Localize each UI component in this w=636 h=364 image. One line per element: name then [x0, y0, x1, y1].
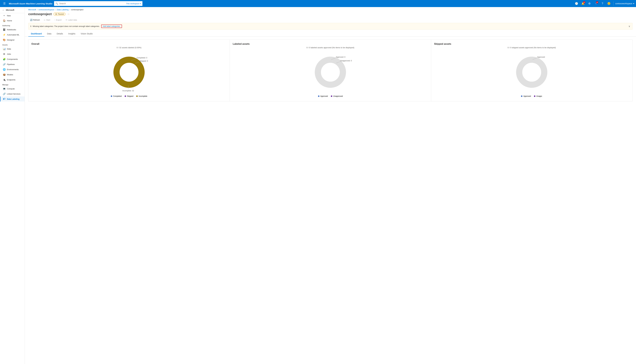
overall-chart-card: Overall 0 / 32 assets labeled (0.00%) Co… — [28, 40, 230, 101]
environments-label: Environments — [7, 68, 19, 70]
models-label: Models — [7, 74, 13, 76]
top-navigation: ☰ Microsoft Azure Machine Learning Studi… — [0, 0, 636, 7]
skipped-assets-chart-card: Skipped assets 0 / 0 skipped assets appr… — [431, 40, 632, 101]
page-header: contosoproject ⏸ Paused ☆ — [25, 12, 636, 18]
labeled-assets-chart-card: Labeled assets 0 / 0 labeled assets appr… — [230, 40, 431, 101]
start-icon: ▷ — [44, 19, 46, 21]
alert-icon: ℹ — [31, 25, 31, 27]
sidebar-item-home[interactable]: 🏠 Home — [0, 18, 25, 23]
notifications-button[interactable]: 🔔 23 — [580, 1, 586, 6]
svg-text:Skipped: 0: Skipped: 0 — [140, 60, 148, 62]
tab-data[interactable]: Data — [44, 31, 54, 36]
sidebar-item-components[interactable]: 🧩 Components — [0, 56, 25, 62]
start-button[interactable]: ▷ Start — [42, 18, 52, 22]
data-label: Data — [7, 48, 11, 50]
breadcrumb-sep1: › — [37, 8, 38, 11]
clock-icon-button[interactable]: 🕐 — [574, 1, 579, 6]
nav-divider — [613, 2, 613, 6]
skipped-assets-donut-container: Approved: — [434, 52, 629, 93]
labeled-assets-title: Labeled assets — [233, 43, 428, 45]
notebooks-label: Notebooks — [7, 28, 16, 31]
skipped-assets-subtitle: 0 / 0 skipped assets approved (No items … — [434, 46, 629, 49]
pipelines-icon: 🔗 — [3, 63, 6, 66]
refresh-icon: 🔄 — [30, 19, 32, 21]
breadcrumb-data-labeling[interactable]: Data Labeling — [57, 8, 69, 11]
breadcrumb-sep3: › — [69, 8, 70, 11]
skipped-assets-title: Skipped assets — [434, 43, 629, 45]
completed-legend-label: Completed — [113, 95, 122, 97]
hamburger-menu-button[interactable]: ☰ — [2, 1, 7, 6]
alert-close-button[interactable]: ∨ — [628, 25, 630, 28]
svg-text:Completed: 0: Completed: 0 — [137, 57, 147, 59]
designer-icon: 🎨 — [3, 38, 6, 41]
search-input[interactable] — [59, 2, 125, 5]
alert-message: Missing label categories: The project do… — [33, 25, 100, 27]
models-icon: 📦 — [3, 73, 6, 76]
tab-details[interactable]: Details — [54, 31, 66, 36]
legend-completed: Completed — [111, 95, 122, 97]
pause-icon: ⏸ — [55, 13, 57, 15]
notifications-badge: 23 — [583, 1, 585, 4]
favorite-button[interactable]: ☆ — [67, 12, 70, 16]
workspace-selector[interactable]: This workspace ▾ — [126, 2, 141, 5]
tabs: Dashboard Data Details Insights Vision S… — [25, 31, 636, 36]
chevron-down-icon: ▾ — [140, 2, 141, 5]
settings-button[interactable]: ⚙ — [587, 1, 592, 6]
sidebar-item-new[interactable]: + New — [0, 13, 25, 18]
sidebar-item-pipelines[interactable]: 🔗 Pipelines — [0, 62, 25, 67]
compute-label: Compute — [7, 88, 15, 90]
legend-incomplete: Incomplete — [136, 95, 147, 97]
tab-insights[interactable]: Insights — [66, 31, 78, 36]
linked-services-icon: 🔗 — [3, 92, 6, 95]
plus-icon: + — [3, 14, 6, 17]
legend-skipped-unapproved: Unappr. — [534, 95, 542, 97]
legend-approved: Approved — [318, 95, 328, 97]
breadcrumb-workspace[interactable]: contosoworkspace — [39, 8, 54, 11]
back-icon: ← — [2, 9, 5, 11]
incomplete-dot — [136, 96, 138, 97]
main-content: Microsoft › contosoworkspace › Data Labe… — [25, 7, 636, 364]
skipped-legend-label: Skipped — [127, 95, 133, 97]
tab-vision-studio[interactable]: Vision Studio — [78, 31, 95, 36]
status-text: Paused — [58, 13, 64, 15]
sidebar-item-compute[interactable]: 💻 Compute — [0, 86, 25, 91]
refresh-button[interactable]: 🔄 Refresh — [28, 18, 42, 22]
labeled-assets-labels-svg: Approved: 0 Unapproved: 0 — [307, 52, 354, 93]
alert-banner: ℹ Missing label categories: The project … — [28, 23, 632, 30]
sidebar-item-data-labeling[interactable]: 🏷 Data Labeling — [0, 96, 25, 102]
app-brand: Microsoft Azure Machine Learning Studio — [9, 2, 52, 5]
app-layout: ← Microsoft + New 🏠 Home Authoring 📓 Not… — [0, 7, 636, 364]
sidebar-top: ← Microsoft — [0, 7, 25, 13]
sidebar-item-environments[interactable]: 🌐 Environments — [0, 67, 25, 72]
breadcrumb-current: contosoproject — [71, 8, 84, 11]
label-data-icon: ✏ — [66, 19, 67, 21]
breadcrumb-microsoft[interactable]: Microsoft — [28, 8, 36, 11]
sidebar-item-endpoints[interactable]: 🔌 Endpoints — [0, 77, 25, 82]
sidebar-item-automated-ml[interactable]: ⚡ Automated ML — [0, 32, 25, 37]
incomplete-legend-label: Incomplete — [139, 95, 147, 97]
updates-button[interactable]: ↑ 14 — [593, 1, 599, 6]
jobs-label: Jobs — [7, 53, 11, 55]
sidebar-item-linked-services[interactable]: 🔗 Linked Services — [0, 91, 25, 96]
labeled-assets-donut-container: Approved: 0 Unapproved: 0 — [233, 52, 428, 93]
sidebar-item-jobs[interactable]: ⚙ Jobs — [0, 52, 25, 56]
label-data-button[interactable]: ✏ Label data — [64, 18, 79, 22]
sidebar-microsoft-label: Microsoft — [6, 9, 14, 11]
search-box[interactable]: 🔍 This workspace ▾ — [54, 1, 142, 6]
user-avatar-button[interactable]: 😊 — [606, 1, 611, 6]
sidebar-item-data[interactable]: 📊 Data — [0, 46, 25, 52]
components-icon: 🧩 — [3, 58, 6, 60]
sidebar-item-designer[interactable]: 🎨 Designer — [0, 37, 25, 42]
workspace-name-label[interactable]: contosoworkspace ▾ — [615, 2, 634, 5]
approved-legend-label: Approved — [320, 95, 328, 97]
toolbar: 🔄 Refresh ▷ Start ↑ Export ✏ Label data — [25, 18, 636, 23]
add-label-categories-link[interactable]: Add label categories. — [101, 24, 122, 28]
section-assets: Assets — [0, 42, 25, 46]
skipped-unapproved-legend-label: Unappr. — [536, 95, 542, 97]
export-button[interactable]: ↑ Export — [53, 18, 63, 22]
tab-dashboard[interactable]: Dashboard — [28, 31, 44, 36]
help-button[interactable]: ? — [600, 1, 605, 6]
sidebar-item-notebooks[interactable]: 📓 Notebooks — [0, 27, 25, 32]
sidebar-item-models[interactable]: 📦 Models — [0, 72, 25, 77]
endpoints-icon: 🔌 — [3, 78, 6, 81]
